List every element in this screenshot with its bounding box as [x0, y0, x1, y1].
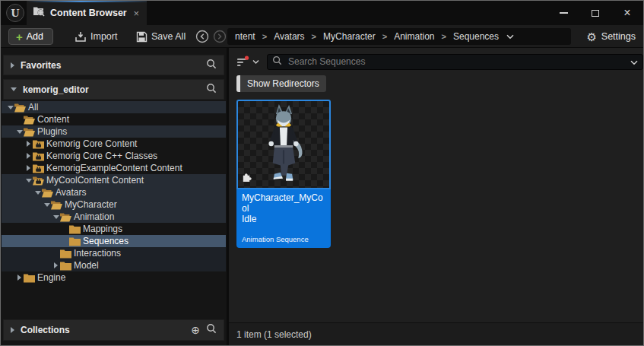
search-icon[interactable] — [206, 83, 217, 97]
tree-item-model[interactable]: Model — [2, 259, 226, 271]
tree-item-mappings[interactable]: Mappings — [2, 223, 226, 235]
tree-item-label: Model — [72, 260, 99, 271]
breadcrumb-item[interactable]: ntent — [233, 31, 257, 42]
caret-expanded-icon[interactable] — [33, 191, 42, 195]
tree-item-interactions[interactable]: Interactions — [2, 247, 226, 259]
tree-item-content[interactable]: Content — [2, 113, 226, 125]
folder-icon — [42, 188, 54, 198]
plugin-folder-icon — [33, 176, 45, 186]
tree-item-sequences[interactable]: Sequences — [2, 235, 226, 247]
collections-label: Collections — [21, 325, 70, 335]
tree-item-mycoolcontent-content[interactable]: MyCoolContent Content — [2, 174, 226, 186]
caret-expanded-icon[interactable] — [15, 130, 24, 134]
maximize-icon — [592, 10, 599, 17]
caret-expanded-icon — [11, 87, 17, 91]
funnel-icon — [236, 56, 250, 68]
tab-close-icon[interactable]: × — [132, 8, 141, 18]
import-button[interactable]: Import — [75, 28, 117, 45]
tree-item-label: Engine — [36, 272, 65, 283]
caret-expanded-icon[interactable] — [43, 203, 51, 207]
favorites-section-header[interactable]: Favorites — [3, 55, 224, 75]
settings-button[interactable]: ⚙ Settings — [586, 28, 636, 45]
asset-panel: Show Redirectors — [229, 48, 643, 345]
tree-item-label: Sequences — [81, 236, 128, 246]
folder-icon — [14, 103, 27, 113]
tree-item-kemorig-core-c-classes[interactable]: Kemorig Core C++ Classes — [2, 150, 226, 162]
search-icon[interactable] — [206, 323, 217, 337]
caret-collapsed-icon[interactable] — [52, 262, 60, 268]
caret-collapsed-icon[interactable] — [24, 141, 33, 147]
path-chevron-down-icon[interactable] — [506, 34, 514, 40]
asset-name-line1: MyCharacter_MyCool — [242, 192, 325, 214]
back-button[interactable] — [195, 30, 209, 43]
filter-chip-show-redirectors[interactable]: Show Redirectors — [236, 75, 326, 92]
folder-icon — [51, 200, 63, 210]
asset-name-line2: Idle — [242, 214, 325, 224]
breadcrumb-item[interactable]: MyCharacter — [322, 31, 377, 42]
maximize-button[interactable] — [579, 1, 611, 25]
forward-button[interactable] — [213, 30, 227, 43]
asset-type-label: Animation Sequence — [242, 235, 325, 243]
breadcrumb-separator-icon: > — [436, 32, 452, 41]
tree-item-kemorigexamplecontent-content[interactable]: KemorigExampleContent Content — [2, 162, 226, 174]
plus-icon: + — [16, 31, 23, 43]
gear-icon: ⚙ — [586, 31, 596, 43]
import-button-label: Import — [90, 31, 117, 42]
save-all-button-label: Save All — [151, 31, 186, 42]
folder-icon — [60, 212, 72, 222]
status-bar: 1 item (1 selected) — [229, 322, 643, 345]
project-name-label: kemorig_editor — [23, 84, 89, 95]
search-options-chevron-icon[interactable] — [630, 55, 638, 68]
tree-item-all[interactable]: All — [2, 101, 226, 113]
sources-panel: Favorites kemorig_editor AllContentPlugi… — [1, 48, 227, 345]
add-collection-icon[interactable]: ⊕ — [191, 325, 200, 335]
breadcrumb-item[interactable]: Animation — [392, 31, 436, 42]
breadcrumb-item[interactable]: Avatars — [272, 31, 306, 42]
asset-tile-selected[interactable]: MyCharacter_MyCool Idle Animation Sequen… — [236, 100, 331, 248]
plugin-folder-icon — [33, 163, 45, 173]
tree-item-mycharacter[interactable]: MyCharacter — [2, 198, 226, 211]
caret-expanded-icon[interactable] — [6, 106, 14, 110]
caret-collapsed-icon[interactable] — [15, 275, 24, 281]
caret-collapsed-icon[interactable] — [24, 153, 33, 159]
project-section-header[interactable]: kemorig_editor — [3, 79, 224, 100]
collections-section-header[interactable]: Collections ⊕ — [3, 319, 224, 341]
tree-item-plugins[interactable]: Plugins — [2, 125, 226, 138]
caret-collapsed-icon[interactable] — [24, 165, 33, 171]
add-button[interactable]: + Add — [8, 28, 53, 45]
tree-item-label: Kemorig Core C++ Classes — [45, 151, 157, 161]
folder-icon — [24, 115, 36, 125]
minimize-button[interactable] — [547, 1, 579, 25]
main-area: Favorites kemorig_editor AllContentPlugi… — [1, 48, 643, 345]
settings-label: Settings — [601, 31, 636, 42]
toolbar: + Add Import Save All — [1, 25, 643, 48]
tree-item-label: Kemorig Core Content — [45, 138, 137, 149]
save-all-button[interactable]: Save All — [136, 28, 186, 45]
filter-button[interactable] — [233, 56, 262, 68]
tree-item-label: Mappings — [81, 224, 122, 234]
tree-item-avatars[interactable]: Avatars — [2, 186, 226, 198]
tree-item-label: KemorigExampleContent Content — [45, 163, 182, 173]
plugin-folder-icon — [33, 151, 45, 161]
breadcrumb-separator-icon: > — [306, 32, 322, 41]
close-button[interactable]: × — [611, 1, 643, 25]
tree-item-label: Plugins — [36, 126, 67, 137]
caret-expanded-icon[interactable] — [24, 179, 33, 183]
search-icon[interactable] — [206, 59, 217, 72]
tree-item-label: MyCharacter — [63, 199, 117, 210]
tab-content-browser[interactable]: Content Browser × — [27, 1, 147, 25]
caret-expanded-icon[interactable] — [52, 215, 60, 219]
breadcrumb: ntent>Avatars>MyCharacter>Animation>Sequ… — [227, 28, 571, 45]
favorites-label: Favorites — [21, 60, 61, 71]
breadcrumb-separator-icon: > — [377, 32, 392, 41]
breadcrumb-item[interactable]: Sequences — [452, 31, 500, 42]
tree-item-animation[interactable]: Animation — [2, 211, 226, 223]
tree-item-engine[interactable]: Engine — [2, 271, 226, 284]
folder-icon — [24, 273, 36, 283]
minimize-icon — [560, 12, 568, 14]
close-icon: × — [623, 7, 630, 19]
tree-item-label: MyCoolContent Content — [45, 175, 144, 186]
tree-item-kemorig-core-content[interactable]: Kemorig Core Content — [2, 138, 226, 150]
search-bar[interactable] — [267, 54, 643, 70]
search-input[interactable] — [287, 56, 626, 68]
